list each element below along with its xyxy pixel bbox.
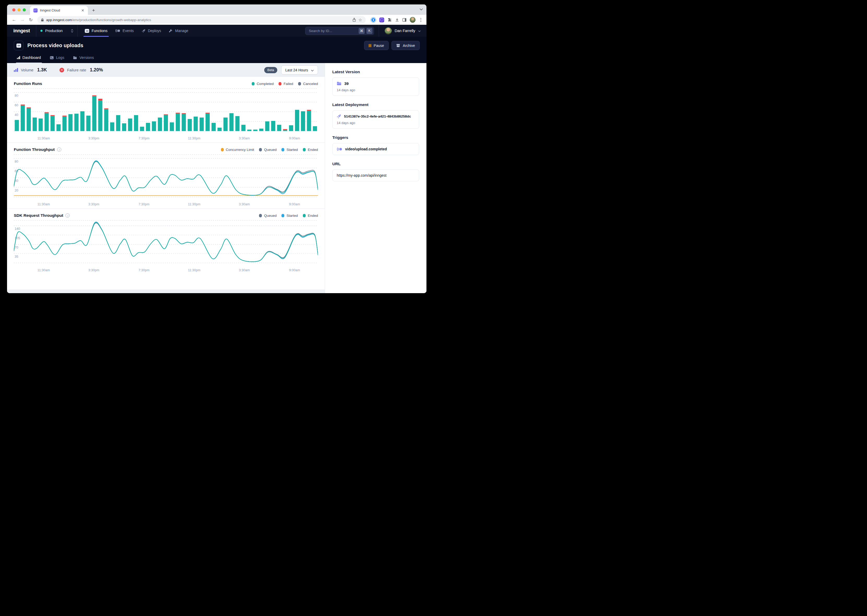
user-menu[interactable]: Dan Farrelly [379,25,426,37]
trigger-value: video/upload.completed [345,147,387,151]
environment-switcher[interactable]: Production [36,25,78,37]
tab-title: Inngest Cloud [40,9,78,12]
dashboard-icon [17,56,20,59]
time-range-select[interactable]: Last 24 Hours [281,65,318,74]
tab-close-icon[interactable]: ✕ [80,8,85,13]
address-bar[interactable]: app.inngest.com/env/production/functions… [37,16,366,24]
reload-icon[interactable]: ↻ [27,17,34,23]
chart-legend: Concurrency LimitQueuedStartedEnded [221,148,318,152]
latest-deployment-value: 5141387e-35c2-4efe-a421-4843b86258dc [344,115,411,118]
search-placeholder: Search by ID... [309,29,357,33]
nav-item-functions[interactable]: <> Functions [81,25,111,37]
archive-button[interactable]: Archive [391,41,420,50]
events-icon [115,29,120,33]
lock-icon [41,18,44,22]
nav-item-manage[interactable]: Manage [165,25,192,37]
page-title: Process video uploads [27,42,84,49]
sdk-request-throughput-chart: 357010514011:30am3:30pm7:30pm11:30pm3:30… [14,219,318,273]
maximize-window-button[interactable] [23,8,26,11]
svg-text:9:00am: 9:00am [289,137,300,140]
legend-color-dot [303,214,306,217]
legend-item: Ended [303,214,318,218]
legend-color-dot [252,82,255,85]
svg-text:11:30pm: 11:30pm [188,137,200,140]
chart-title: Function Throughput [14,147,55,152]
svg-text:60: 60 [14,104,18,107]
user-name: Dan Farrelly [395,29,415,33]
logs-terminal-icon [50,56,54,60]
details-sidebar: Latest Version 39 14 days ago Latest Dep… [325,63,426,293]
user-menu-chevron-icon [418,29,421,33]
range-chevron-icon [311,68,314,72]
chart-title: Function Runs [14,81,42,86]
latest-version-card: 39 14 days ago [332,77,419,96]
function-runs-chart: 2040608011:30am3:30pm7:30pm11:30pm3:30am… [14,87,318,141]
volume-stat: Volume 1.3K [14,67,47,73]
versions-folder-icon [73,56,77,60]
functions-icon: <> [85,29,89,33]
bookmark-star-icon[interactable]: ☆ [358,17,362,22]
close-window-button[interactable] [12,8,16,11]
svg-text:3:30am: 3:30am [239,137,250,140]
legend-item: Queued [259,214,276,218]
purple-extension-icon[interactable] [379,17,384,22]
beta-badge: Beta [264,67,277,73]
browser-profile-avatar[interactable] [410,17,416,23]
svg-text:3:30pm: 3:30pm [88,203,99,206]
forward-icon[interactable]: → [19,17,26,22]
nav-item-events[interactable]: Events [111,25,138,37]
svg-text:35: 35 [14,255,18,258]
side-panel-icon[interactable] [402,18,407,22]
svg-text:20: 20 [14,189,18,192]
minimize-window-button[interactable] [17,8,20,11]
legend-item: Canceled [298,82,318,86]
info-icon[interactable]: i [57,148,61,152]
browser-menu-icon[interactable] [421,20,421,20]
triggers-group: Triggers video/upload.completed [332,135,419,155]
new-tab-button[interactable]: + [90,8,96,13]
svg-text:70: 70 [14,246,18,249]
svg-text:9:00am: 9:00am [289,269,300,272]
function-icon: <> [14,41,24,50]
svg-text:40: 40 [14,113,18,117]
svg-text:80: 80 [14,160,18,163]
share-icon[interactable] [352,18,356,22]
tab-search-chevron-icon[interactable] [420,7,423,11]
legend-color-dot [221,148,224,151]
tab-dashboard[interactable]: Dashboard [14,53,44,63]
nav-items: <> Functions Events Deploys Manage [78,25,192,37]
deployment-rocket-icon [337,114,341,119]
svg-text:7:30pm: 7:30pm [139,137,150,140]
tab-logs[interactable]: Logs [47,53,67,63]
triggers-heading: Triggers [332,135,419,140]
legend-color-dot [259,214,262,217]
tab-versions[interactable]: Versions [70,53,97,63]
browser-tab-strip: Inngest Cloud ✕ + [7,5,426,15]
failure-rate-value: 1.20% [90,67,103,73]
volume-value: 1.3K [37,67,47,73]
stats-bar: Volume 1.3K ✕ Failure rate 1.20% Beta La… [7,63,325,77]
latest-version-time: 14 days ago [337,88,415,92]
url-group: URL https://my-app.com/api/inngest [332,162,419,181]
download-icon[interactable] [395,18,399,22]
url-text: app.inngest.com/env/production/functions… [46,18,151,22]
latest-version-group: Latest Version 39 14 days ago [332,69,419,96]
volume-bars-icon [14,68,18,72]
back-icon[interactable]: ← [11,17,17,22]
wrench-icon [169,29,173,33]
search-input[interactable]: Search by ID... ⌘ K [305,27,374,35]
pause-icon [369,44,371,47]
info-icon[interactable]: i [65,214,69,218]
svg-text:11:30pm: 11:30pm [188,269,200,272]
browser-extensions [371,17,423,23]
svg-text:3:30am: 3:30am [239,269,250,272]
sdk-request-throughput-section: SDK Request Throughput i QueuedStartedEn… [7,209,325,274]
browser-tab[interactable]: Inngest Cloud ✕ [30,6,88,15]
legend-item: Concurrency Limit [221,148,254,152]
1password-extension-icon[interactable] [371,17,376,22]
pause-button[interactable]: Pause [364,41,389,50]
puzzle-extensions-icon[interactable] [388,18,392,22]
inngest-logo[interactable]: inngest [7,25,36,37]
legend-color-dot [259,148,262,151]
nav-item-deploys[interactable]: Deploys [138,25,165,37]
